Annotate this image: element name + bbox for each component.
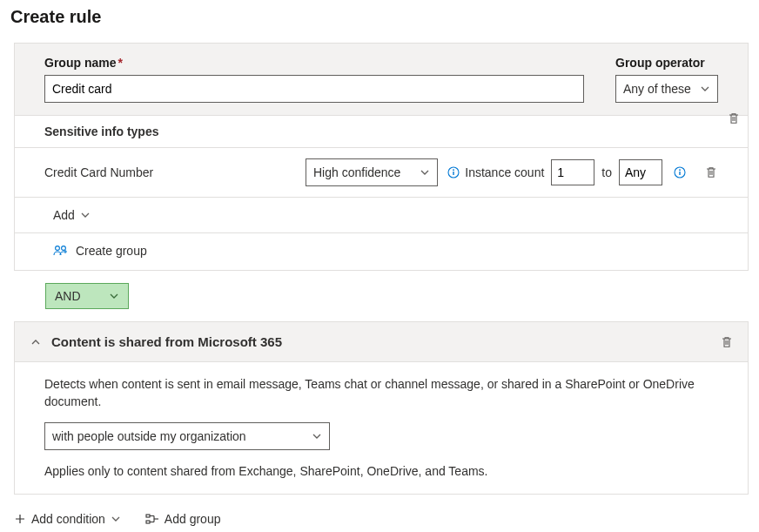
- svg-rect-8: [146, 515, 150, 517]
- condition-note: Applies only to content shared from Exch…: [44, 464, 718, 478]
- add-group-button[interactable]: Add group: [145, 512, 221, 526]
- group-operator-label: Group operator: [615, 56, 718, 70]
- chevron-down-icon: [80, 210, 91, 220]
- info-icon[interactable]: [447, 165, 460, 179]
- create-group-icon: [53, 245, 69, 257]
- delete-group-icon[interactable]: [727, 111, 741, 125]
- required-asterisk: *: [118, 56, 122, 70]
- condition-description: Detects when content is sent in email me…: [44, 376, 718, 410]
- instance-min-input[interactable]: [551, 159, 594, 185]
- condition-panel: Content is shared from Microsoft 365 Det…: [14, 321, 749, 495]
- chevron-down-icon: [111, 514, 121, 524]
- chevron-down-icon: [109, 291, 119, 301]
- plus-icon: [14, 513, 26, 525]
- add-sit-button[interactable]: Add: [53, 208, 91, 222]
- group-icon: [145, 513, 159, 525]
- info-icon[interactable]: [673, 165, 687, 179]
- instance-max-input[interactable]: [619, 159, 662, 185]
- collapse-toggle[interactable]: [29, 335, 43, 349]
- instance-count-label: Instance count: [465, 165, 544, 179]
- group-header: Group name* Group operator Any of these: [15, 44, 748, 115]
- svg-point-1: [453, 169, 454, 171]
- create-group-button[interactable]: Create group: [53, 244, 147, 258]
- chevron-down-icon: [700, 84, 710, 94]
- delete-condition-icon[interactable]: [720, 335, 734, 349]
- to-label: to: [601, 165, 612, 179]
- svg-rect-5: [679, 172, 680, 175]
- chevron-down-icon: [312, 431, 322, 441]
- svg-rect-9: [146, 521, 150, 523]
- delete-sit-icon[interactable]: [704, 165, 718, 179]
- sensitive-info-types-header: Sensitive info types: [15, 115, 748, 147]
- group-operator-select[interactable]: Any of these: [615, 75, 718, 103]
- group-name-label: Group name*: [44, 56, 584, 70]
- chevron-down-icon: [420, 167, 430, 178]
- group-panel: Group name* Group operator Any of these: [14, 43, 749, 271]
- svg-point-7: [62, 246, 66, 251]
- condition-title: Content is shared from Microsoft 365: [51, 334, 711, 349]
- sit-row: Credit Card Number High confidence Insta…: [15, 147, 748, 197]
- add-condition-button[interactable]: Add condition: [14, 512, 121, 526]
- svg-point-4: [679, 169, 681, 171]
- share-scope-select[interactable]: with people outside my organization: [44, 422, 330, 450]
- confidence-select[interactable]: High confidence: [306, 158, 438, 186]
- sit-name: Credit Card Number: [44, 165, 306, 179]
- page-title: Create rule: [10, 7, 749, 27]
- svg-rect-2: [453, 172, 453, 175]
- logic-operator-select[interactable]: AND: [45, 283, 129, 309]
- group-name-input[interactable]: [44, 75, 584, 103]
- svg-point-6: [56, 246, 60, 251]
